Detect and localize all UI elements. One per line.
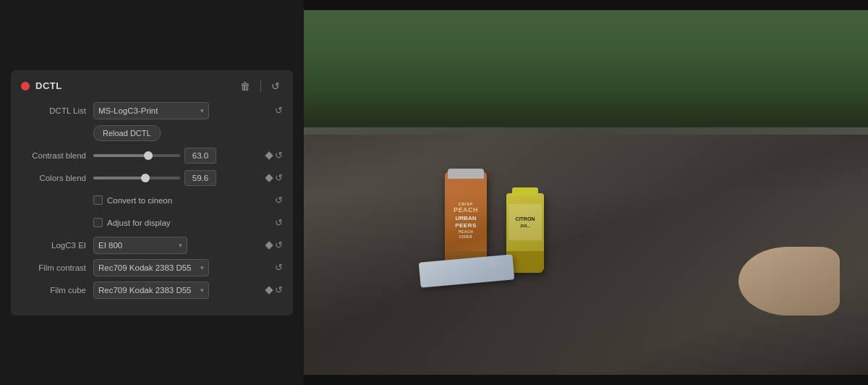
logc3-ei-value: EI 800 [98,241,122,250]
dctl-list-chevron: ▾ [200,107,204,114]
convert-cineon-actions: ↺ [275,195,283,205]
film-contrast-dropdown[interactable]: Rec709 Kodak 2383 D55 ▾ [93,259,209,276]
convert-cineon-row: Convert to cineon ↺ [21,192,283,209]
convert-cineon-label: Convert to cineon [107,196,172,205]
film-cube-dropdown[interactable]: Rec709 Kodak 2383 D55 ▾ [93,282,209,299]
panel-title: DCTL [35,80,62,91]
contrast-blend-actions: ↺ [266,151,283,160]
contrast-blend-keyframe-icon[interactable] [265,151,273,159]
colors-blend-row: Colors blend 59.6 ↺ [21,169,283,187]
film-contrast-actions: ↺ [275,263,283,272]
adjust-display-checkbox[interactable] [93,218,103,227]
convert-cineon-checkbox-row: Convert to cineon [93,195,172,205]
header-divider [260,80,261,92]
contrast-blend-value[interactable]: 63.0 [184,148,216,164]
reload-content: Reload DCTL [93,125,283,141]
colors-blend-reset-icon[interactable]: ↺ [275,173,283,182]
bottle-label: CITRON JUI... [509,204,542,240]
urban-peers-can: CRISP PEACH URBAN PEERS PEACH CIDER [445,172,487,266]
film-contrast-row: Film contrast Rec709 Kodak 2383 D55 ▾ ↺ [21,259,283,276]
colors-blend-label: Colors blend [21,174,93,182]
contrast-blend-row: Contrast blend 63.0 ↺ [21,147,283,164]
colors-blend-keyframe-icon[interactable] [265,174,273,182]
contrast-blend-fill [93,154,148,157]
dctl-list-content: MS-LogC3-Print ▾ [93,102,272,119]
logc3-ei-row: LogC3 EI EI 800 ▾ ↺ [21,237,283,254]
dctl-list-label: DCTL List [21,106,93,115]
colors-blend-actions: ↺ [266,173,283,182]
logc3-ei-dropdown[interactable]: EI 800 ▾ [93,237,187,254]
dctl-list-dropdown[interactable]: MS-LogC3-Print ▾ [93,102,209,119]
adjust-display-checkbox-row: Adjust for display [93,218,171,227]
hand [739,247,840,316]
convert-cineon-checkbox[interactable] [93,195,103,205]
film-contrast-chevron: ▾ [200,264,204,271]
film-cube-chevron: ▾ [200,287,204,294]
can-top [448,169,484,179]
dctl-list-value: MS-LogC3-Print [98,106,158,115]
photo-container: CRISP PEACH URBAN PEERS PEACH CIDER CITR… [304,0,868,385]
left-panel: DCTL 🗑 ↺ DCTL List MS-LogC3-Print ▾ [0,0,304,385]
colors-blend-slider[interactable] [93,177,180,179]
film-contrast-label: Film contrast [21,263,93,272]
adjust-display-label: Adjust for display [107,219,171,227]
film-cube-value: Rec709 Kodak 2383 D55 [98,286,192,295]
reload-dctl-row: Reload DCTL [21,124,283,142]
panel-reset-icon: ↺ [271,80,280,92]
adjust-display-content: Adjust for display [93,218,272,227]
convert-cineon-content: Convert to cineon [93,195,272,205]
panel-header-left: DCTL [21,80,62,91]
film-cube-content: Rec709 Kodak 2383 D55 ▾ [93,282,263,299]
contrast-blend-label: Contrast blend [21,151,93,160]
film-contrast-reset-icon[interactable]: ↺ [275,263,283,272]
letterbox-bottom [304,375,868,385]
logc3-ei-label: LogC3 EI [21,241,93,250]
film-contrast-content: Rec709 Kodak 2383 D55 ▾ [93,259,272,276]
dctl-panel: DCTL 🗑 ↺ DCTL List MS-LogC3-Print ▾ [11,70,293,316]
contrast-blend-reset-icon[interactable]: ↺ [275,151,283,160]
colors-blend-value[interactable]: 59.6 [184,170,216,186]
contrast-blend-slider[interactable] [93,154,180,157]
dctl-list-row: DCTL List MS-LogC3-Print ▾ ↺ [21,102,283,119]
colors-blend-content: 59.6 [93,170,263,186]
panel-active-dot[interactable] [21,82,30,90]
panel-header: DCTL 🗑 ↺ [21,79,283,93]
film-contrast-value: Rec709 Kodak 2383 D55 [98,263,192,272]
can-text: CRISP PEACH URBAN PEERS PEACH CIDER [445,182,487,258]
bottle-cap [512,187,538,195]
panel-header-right: 🗑 ↺ [237,79,283,93]
logc3-ei-chevron: ▾ [179,242,182,249]
delete-icon: 🗑 [240,80,250,92]
letterbox-top [304,0,868,10]
adjust-display-actions: ↺ [275,218,283,227]
adjust-display-row: Adjust for display ↺ [21,214,283,232]
film-cube-actions: ↺ [266,285,283,295]
panel-reset-button[interactable]: ↺ [268,79,283,93]
dctl-list-actions: ↺ [275,106,283,115]
film-cube-reset-icon[interactable]: ↺ [275,285,283,295]
convert-cineon-reset-icon[interactable]: ↺ [275,195,283,205]
dctl-list-reset-icon[interactable]: ↺ [275,106,283,115]
film-cube-row: Film cube Rec709 Kodak 2383 D55 ▾ ↺ [21,282,283,299]
right-panel: CRISP PEACH URBAN PEERS PEACH CIDER CITR… [304,0,868,385]
logc3-ei-content: EI 800 ▾ [93,237,263,254]
adjust-display-reset-icon[interactable]: ↺ [275,218,283,227]
reload-dctl-button[interactable]: Reload DCTL [93,125,161,141]
film-cube-label: Film cube [21,286,93,295]
contrast-blend-content: 63.0 [93,148,263,164]
logc3-ei-actions: ↺ [266,240,283,250]
film-cube-keyframe-icon[interactable] [265,286,273,294]
logc3-ei-keyframe-icon[interactable] [265,241,273,249]
delete-button[interactable]: 🗑 [237,79,253,93]
logc3-ei-reset-icon[interactable]: ↺ [275,240,283,250]
contrast-blend-thumb[interactable] [144,151,153,160]
photo-background: CRISP PEACH URBAN PEERS PEACH CIDER CITR… [304,0,868,385]
colors-blend-thumb[interactable] [141,174,150,182]
colors-blend-fill [93,177,145,179]
